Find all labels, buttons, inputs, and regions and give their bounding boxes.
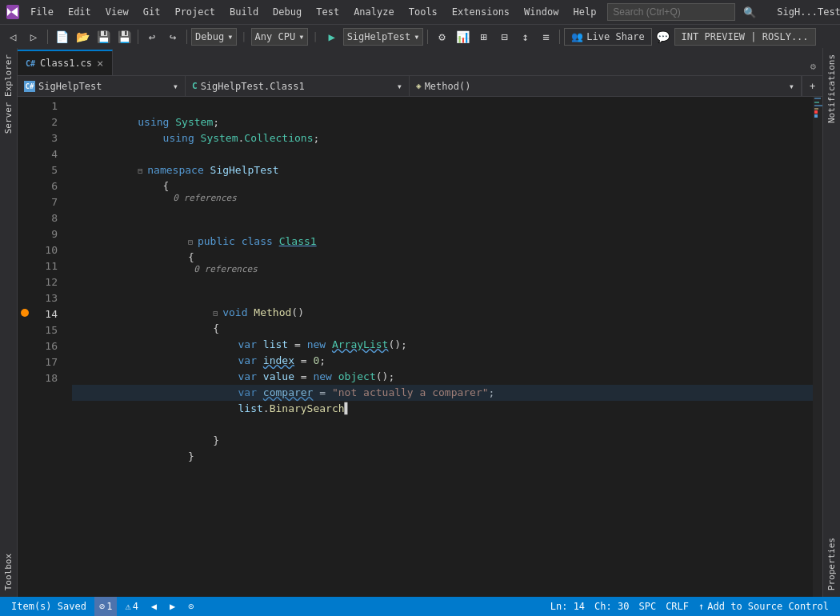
code-line-12: var value = new object(); bbox=[72, 353, 813, 369]
menu-build[interactable]: Build bbox=[223, 3, 265, 21]
search-input[interactable] bbox=[607, 3, 735, 21]
code-content[interactable]: using System; using System.Collections; … bbox=[72, 97, 813, 597]
menu-extensions[interactable]: Extensions bbox=[446, 3, 516, 21]
save-button[interactable]: 💾 bbox=[94, 27, 113, 46]
sidebar-notifications[interactable]: Notifications bbox=[823, 48, 840, 130]
toolbar-btn2[interactable]: 📊 bbox=[453, 27, 472, 46]
tab-close-button[interactable]: × bbox=[97, 58, 103, 69]
margin-6 bbox=[18, 177, 32, 193]
play-icon: ▶ bbox=[322, 27, 342, 46]
menu-help[interactable]: Help bbox=[566, 3, 602, 21]
status-errors[interactable]: ⊘ 1 bbox=[94, 597, 117, 616]
back-button[interactable]: ◁ bbox=[3, 27, 22, 46]
menu-tools[interactable]: Tools bbox=[402, 3, 444, 21]
minimap-line-1 bbox=[814, 98, 821, 99]
forward-button[interactable]: ▷ bbox=[24, 27, 43, 46]
method-dropdown[interactable]: ◈ Method() ▾ bbox=[410, 76, 802, 96]
tab-settings-button[interactable]: ⚙ bbox=[804, 58, 822, 75]
class-dropdown[interactable]: C SigHelpTest.Class1 ▾ bbox=[186, 76, 410, 96]
code-editor[interactable]: 1 2 3 4 5 6 7 8 9 10 11 12 13 14 15 16 1… bbox=[18, 97, 822, 597]
sidebar-server-explorer[interactable]: Server Explorer bbox=[0, 48, 17, 140]
margin-1 bbox=[18, 97, 32, 113]
toolbar-btn3[interactable]: ⊞ bbox=[474, 27, 493, 46]
margin-3 bbox=[18, 129, 32, 145]
minimap-line-2 bbox=[814, 102, 819, 103]
status-right: Ln: 14 Ch: 30 SPC CRLF ↑ Add to Source C… bbox=[546, 601, 834, 612]
namespace-dropdown[interactable]: C# SigHelpTest ▾ bbox=[18, 76, 186, 96]
open-file-button[interactable]: 📂 bbox=[73, 27, 92, 46]
menu-project[interactable]: Project bbox=[168, 3, 222, 21]
run-target-dropdown[interactable]: SigHelpTest ▾ bbox=[343, 28, 424, 46]
live-share-button[interactable]: 👥 Live Share bbox=[564, 28, 651, 46]
menu-debug[interactable]: Debug bbox=[266, 3, 308, 21]
menu-edit[interactable]: Edit bbox=[62, 3, 98, 21]
status-line-ending[interactable]: CRLF bbox=[661, 601, 694, 612]
linenum-8: 8 bbox=[32, 210, 66, 226]
source-control-label: Add to Source Control bbox=[707, 601, 829, 612]
code-line-9: { bbox=[72, 305, 813, 321]
toolbar-btn5[interactable]: ↕ bbox=[515, 27, 534, 46]
status-saved[interactable]: Item(s) Saved bbox=[6, 601, 91, 612]
linenum-15: 15 bbox=[32, 322, 66, 338]
toolbar-btn4[interactable]: ⊟ bbox=[494, 27, 514, 46]
margin-14 bbox=[18, 309, 32, 325]
menu-test[interactable]: Test bbox=[310, 3, 346, 21]
nav-back-button[interactable]: ◀ bbox=[146, 597, 162, 616]
menu-git[interactable]: Git bbox=[137, 3, 167, 21]
status-warnings[interactable]: ⚠ 4 bbox=[120, 597, 142, 616]
class-label: SigHelpTest.Class1 bbox=[201, 81, 305, 92]
menu-window[interactable]: Window bbox=[518, 3, 565, 21]
undo-button[interactable]: ↩ bbox=[142, 27, 162, 46]
code-line-7: { bbox=[72, 234, 813, 250]
title-bar: File Edit View Git Project Build Debug T… bbox=[0, 0, 840, 24]
int-preview-button[interactable]: INT PREVIEW | ROSLY... bbox=[674, 28, 816, 46]
margin-7 bbox=[18, 193, 32, 209]
redo-button[interactable]: ↪ bbox=[163, 27, 182, 46]
status-nav-extra[interactable]: ⊙ bbox=[183, 597, 198, 616]
sidebar-toolbox[interactable]: Toolbox bbox=[0, 547, 17, 597]
sep1 bbox=[47, 30, 48, 44]
error-icon: ⊘ bbox=[99, 601, 105, 612]
code-line-4: ⊟namespace SigHelpTest bbox=[72, 146, 813, 162]
linenum-4: 4 bbox=[32, 146, 66, 162]
save-all-button[interactable]: 💾 bbox=[114, 27, 134, 46]
new-file-button[interactable]: 📄 bbox=[52, 27, 71, 46]
menu-file[interactable]: File bbox=[24, 3, 60, 21]
debug-config-dropdown[interactable]: Debug ▾ bbox=[191, 28, 237, 46]
linenum-5: 5 bbox=[32, 162, 66, 178]
linenum-9: 9 bbox=[32, 226, 66, 242]
status-left: Item(s) Saved bbox=[6, 601, 91, 612]
code-line-1: using System; bbox=[72, 98, 813, 114]
nav-forward-button[interactable]: ▶ bbox=[165, 597, 180, 616]
vertical-scrollbar[interactable] bbox=[813, 97, 822, 597]
add-to-source-control-button[interactable]: ↑ Add to Source Control bbox=[694, 601, 834, 612]
code-line-5: { bbox=[72, 162, 813, 178]
linenum-1: 1 bbox=[32, 98, 66, 114]
code-line-2: using System.Collections; bbox=[72, 114, 813, 130]
margin-4 bbox=[18, 145, 32, 161]
status-space[interactable]: SPC bbox=[634, 601, 661, 612]
minimap-info bbox=[814, 114, 818, 118]
sidebar-properties[interactable]: Properties bbox=[823, 531, 840, 597]
tab-class1[interactable]: C# Class1.cs × bbox=[18, 50, 113, 75]
platform-dropdown[interactable]: Any CPU ▾ bbox=[251, 28, 309, 46]
code-line-14: list.BinarySearch▌ bbox=[72, 385, 813, 401]
status-line[interactable]: Ln: 14 bbox=[546, 601, 590, 612]
sep2 bbox=[138, 30, 138, 44]
editor-container: C# Class1.cs × ⚙ C# SigHelpTest ▾ C SigH… bbox=[18, 48, 822, 597]
code-line-10: var list = new ArrayList(); bbox=[72, 321, 813, 337]
menu-analyze[interactable]: Analyze bbox=[347, 3, 401, 21]
linenum-3: 3 bbox=[32, 130, 66, 146]
method-icon: ◈ bbox=[416, 81, 422, 91]
liveshare-icon: 👥 bbox=[571, 31, 583, 42]
toolbar-btn1[interactable]: ⚙ bbox=[432, 27, 451, 46]
code-line-17: } bbox=[72, 433, 813, 449]
menu-view[interactable]: View bbox=[99, 3, 135, 21]
linenum-18: 18 bbox=[32, 370, 66, 386]
toolbar-btn6[interactable]: ≡ bbox=[536, 27, 555, 46]
toolbar-feedback[interactable]: 💬 bbox=[654, 27, 673, 46]
status-char[interactable]: Ch: 30 bbox=[590, 601, 634, 612]
minimap bbox=[813, 97, 822, 597]
nav-add-button[interactable]: + bbox=[802, 76, 822, 97]
sep3 bbox=[186, 30, 187, 44]
